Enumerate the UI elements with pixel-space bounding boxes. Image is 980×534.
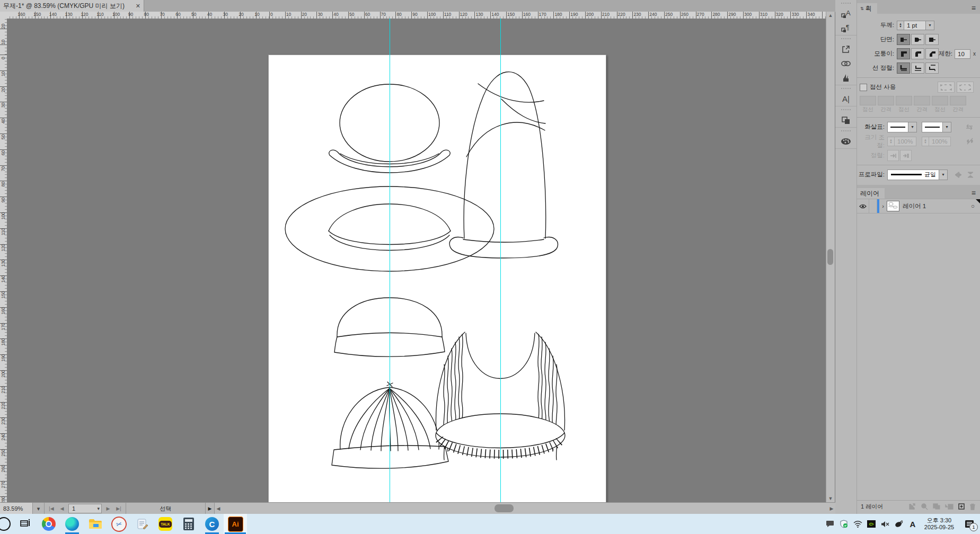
clipping-mask-icon[interactable] xyxy=(933,503,940,510)
layers-panel-tab[interactable]: 레이어 xyxy=(857,188,885,199)
type-panel-icon[interactable]: A| xyxy=(835,92,857,106)
drag-handle[interactable] xyxy=(841,88,851,91)
export-icon[interactable] xyxy=(835,42,857,56)
dash-field[interactable] xyxy=(896,96,912,105)
ruler-origin-corner[interactable] xyxy=(0,12,7,19)
stroke-weight-stepper[interactable]: ▲▼ xyxy=(897,21,904,30)
dashed-line-checkbox[interactable] xyxy=(860,84,867,91)
wifi-icon[interactable] xyxy=(851,514,864,534)
zoom-dropdown-icon[interactable]: ▾ xyxy=(33,503,45,514)
scale-end-stepper[interactable]: ▲▼ xyxy=(922,137,929,146)
calculator-icon[interactable] xyxy=(177,514,200,534)
vertical-scroll-thumb[interactable] xyxy=(827,249,833,265)
nvidia-tray-icon[interactable] xyxy=(864,514,878,534)
scroll-right-icon[interactable]: ▶ xyxy=(828,503,835,514)
arrowhead-end-combo[interactable] xyxy=(922,122,943,132)
clipchamp-icon[interactable]: C xyxy=(200,514,224,534)
flip-along-icon[interactable] xyxy=(955,172,962,178)
gap-field[interactable] xyxy=(950,96,966,105)
drag-handle[interactable] xyxy=(841,109,851,112)
new-layer-icon[interactable] xyxy=(958,503,965,510)
brushes-icon[interactable] xyxy=(835,70,857,85)
stroke-panel-tab[interactable]: ⇅ 획 xyxy=(857,3,877,14)
arrowhead-end-dropdown-icon[interactable]: ▾ xyxy=(943,122,951,132)
paragraph-styles-icon[interactable]: ¶ xyxy=(835,21,857,35)
align-arrow-end-button[interactable] xyxy=(900,150,912,161)
artboard-number-field[interactable]: 1 ▾ xyxy=(68,504,102,513)
clock[interactable]: 오후 3:30 2025-09-25 xyxy=(920,514,959,534)
horizontal-ruler[interactable]: 1601501401301201101009080706050403020100… xyxy=(7,12,826,19)
align-stroke-inside-button[interactable] xyxy=(911,63,924,74)
character-styles-icon[interactable]: A xyxy=(835,6,857,21)
first-artboard-icon[interactable]: |◀ xyxy=(46,506,57,511)
drag-handle[interactable] xyxy=(841,38,851,41)
kakaotalk-icon[interactable]: TALK xyxy=(154,514,177,534)
cap-projecting-button[interactable] xyxy=(925,34,939,45)
new-sublayer-icon[interactable] xyxy=(945,503,953,510)
gap-field[interactable] xyxy=(914,96,930,105)
dash-align-button[interactable] xyxy=(957,82,974,93)
scale-end-field[interactable]: 100% xyxy=(929,137,951,146)
arrowhead-start-combo[interactable] xyxy=(887,122,908,132)
prev-artboard-icon[interactable]: ◀ xyxy=(57,506,67,511)
layer-expand-chevron-icon[interactable]: › xyxy=(879,203,887,209)
lock-column[interactable] xyxy=(869,199,877,213)
stroke-profile-dropdown-icon[interactable]: ▾ xyxy=(939,170,948,180)
chat-tray-icon[interactable] xyxy=(823,514,837,534)
pathfinder-icon[interactable] xyxy=(835,113,857,127)
notification-center-icon[interactable]: 1 xyxy=(959,514,980,534)
layer-name[interactable]: 레이어 1 xyxy=(903,202,926,210)
artboard-dropdown-icon[interactable]: ▾ xyxy=(97,506,100,511)
corner-miter-button[interactable] xyxy=(897,48,910,59)
notepad-icon[interactable] xyxy=(130,514,154,534)
flip-across-icon[interactable] xyxy=(967,172,974,178)
swap-arrowheads-icon[interactable] xyxy=(965,124,974,130)
status-expander-icon[interactable]: ▶ xyxy=(206,503,214,514)
miter-limit-field[interactable]: 10 xyxy=(955,49,970,59)
scroll-down-icon[interactable]: ▼ xyxy=(826,495,835,502)
locate-object-icon[interactable] xyxy=(921,503,928,510)
align-stroke-center-button[interactable] xyxy=(897,63,910,74)
ime-language-icon[interactable]: A xyxy=(906,514,920,534)
align-arrow-tip-button[interactable] xyxy=(887,150,899,161)
cap-butt-button[interactable] xyxy=(897,34,910,45)
dash-preserve-button[interactable] xyxy=(938,82,955,93)
dash-field[interactable] xyxy=(860,96,876,105)
stroke-weight-field[interactable]: 1 pt xyxy=(904,21,926,30)
satellite-tray-icon[interactable] xyxy=(892,514,906,534)
panel-cycle-icon[interactable]: ⇅ xyxy=(860,6,863,11)
layer-row[interactable]: › 레이어 1 ○ xyxy=(857,199,980,213)
cap-round-button[interactable] xyxy=(911,34,924,45)
next-artboard-icon[interactable]: ▶ xyxy=(103,506,113,511)
zoom-level-field[interactable]: 83.59% xyxy=(0,503,33,514)
status-tool-field[interactable]: 선택 xyxy=(126,503,206,514)
gap-field[interactable] xyxy=(878,96,894,105)
scroll-up-icon[interactable]: ▲ xyxy=(826,12,835,19)
vertical-guide[interactable] xyxy=(390,19,390,502)
cortana-icon[interactable] xyxy=(0,514,14,534)
layers-panel-menu-icon[interactable]: ≡ xyxy=(972,189,976,197)
scroll-left-icon[interactable]: ◀ xyxy=(215,503,222,514)
drag-handle[interactable] xyxy=(841,130,851,134)
illustrator-taskbar-icon[interactable]: Ai xyxy=(224,514,247,534)
edge-icon[interactable] xyxy=(60,514,84,534)
file-explorer-icon[interactable] xyxy=(84,514,107,534)
scale-start-stepper[interactable]: ▲▼ xyxy=(887,137,894,146)
layer-target-icon[interactable]: ○ xyxy=(971,203,975,209)
stroke-profile-combo[interactable]: 균일 xyxy=(887,170,939,180)
links-icon[interactable] xyxy=(835,56,857,70)
vertical-guide[interactable] xyxy=(500,19,501,502)
hat-line-art[interactable] xyxy=(7,19,826,502)
scale-start-field[interactable]: 100% xyxy=(894,137,916,146)
stroke-weight-dropdown-icon[interactable]: ▾ xyxy=(926,21,934,30)
color-themes-icon[interactable] xyxy=(835,134,857,148)
align-stroke-outside-button[interactable] xyxy=(925,63,939,74)
horizontal-scroll-thumb[interactable] xyxy=(495,504,514,512)
close-tab-icon[interactable]: ✕ xyxy=(136,3,140,10)
dash-field[interactable] xyxy=(932,96,948,105)
security-shield-icon[interactable] xyxy=(837,514,851,534)
stroke-panel-menu-icon[interactable]: ≡ xyxy=(972,4,976,12)
layer-thumbnail[interactable] xyxy=(887,201,899,211)
visibility-eye-icon[interactable] xyxy=(857,199,869,213)
vertical-scrollbar[interactable]: ▲ ▼ xyxy=(826,12,835,502)
